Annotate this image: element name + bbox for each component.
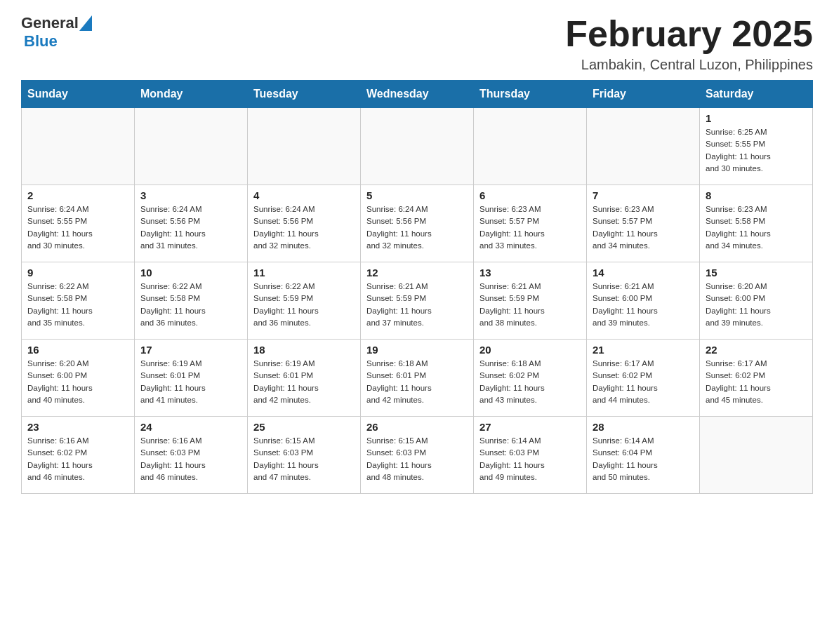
calendar-cell: 23Sunrise: 6:16 AMSunset: 6:02 PMDayligh… bbox=[22, 417, 135, 494]
calendar-cell: 2Sunrise: 6:24 AMSunset: 5:55 PMDaylight… bbox=[22, 185, 135, 262]
logo: General Blue bbox=[21, 14, 93, 51]
day-number: 18 bbox=[253, 344, 355, 356]
day-number: 6 bbox=[479, 189, 581, 201]
day-number: 3 bbox=[140, 189, 241, 201]
day-info: Sunrise: 6:21 AMSunset: 6:00 PMDaylight:… bbox=[593, 281, 694, 329]
day-info: Sunrise: 6:24 AMSunset: 5:56 PMDaylight:… bbox=[253, 203, 355, 252]
calendar-cell: 15Sunrise: 6:20 AMSunset: 6:00 PMDayligh… bbox=[700, 262, 813, 340]
day-info: Sunrise: 6:15 AMSunset: 6:03 PMDaylight:… bbox=[253, 435, 355, 483]
day-number: 22 bbox=[706, 344, 807, 356]
calendar-cell: 25Sunrise: 6:15 AMSunset: 6:03 PMDayligh… bbox=[248, 417, 361, 494]
day-info: Sunrise: 6:18 AMSunset: 6:01 PMDaylight:… bbox=[366, 358, 468, 406]
day-number: 4 bbox=[253, 189, 355, 201]
calendar-cell: 4Sunrise: 6:24 AMSunset: 5:56 PMDaylight… bbox=[248, 185, 361, 262]
day-number: 12 bbox=[366, 267, 468, 279]
calendar-cell: 13Sunrise: 6:21 AMSunset: 5:59 PMDayligh… bbox=[474, 262, 587, 340]
day-info: Sunrise: 6:20 AMSunset: 6:00 PMDaylight:… bbox=[706, 281, 807, 329]
svg-marker-0 bbox=[79, 15, 92, 31]
calendar-header: SundayMondayTuesdayWednesdayThursdayFrid… bbox=[22, 81, 813, 108]
day-number: 11 bbox=[253, 267, 355, 279]
day-of-week-sunday: Sunday bbox=[22, 81, 135, 108]
calendar-cell bbox=[361, 108, 474, 185]
day-info: Sunrise: 6:15 AMSunset: 6:03 PMDaylight:… bbox=[366, 435, 468, 483]
calendar-cell: 18Sunrise: 6:19 AMSunset: 6:01 PMDayligh… bbox=[248, 340, 361, 417]
day-info: Sunrise: 6:24 AMSunset: 5:56 PMDaylight:… bbox=[366, 203, 468, 252]
day-info: Sunrise: 6:23 AMSunset: 5:58 PMDaylight:… bbox=[706, 203, 807, 252]
day-number: 20 bbox=[479, 344, 581, 356]
calendar-cell: 22Sunrise: 6:17 AMSunset: 6:02 PMDayligh… bbox=[700, 340, 813, 417]
day-info: Sunrise: 6:17 AMSunset: 6:02 PMDaylight:… bbox=[706, 358, 807, 406]
calendar-cell: 14Sunrise: 6:21 AMSunset: 6:00 PMDayligh… bbox=[587, 262, 700, 340]
day-info: Sunrise: 6:18 AMSunset: 6:02 PMDaylight:… bbox=[479, 358, 581, 406]
day-info: Sunrise: 6:22 AMSunset: 5:58 PMDaylight:… bbox=[140, 281, 241, 329]
day-number: 21 bbox=[593, 344, 694, 356]
day-of-week-monday: Monday bbox=[135, 81, 248, 108]
calendar-cell: 8Sunrise: 6:23 AMSunset: 5:58 PMDaylight… bbox=[700, 185, 813, 262]
calendar-cell: 26Sunrise: 6:15 AMSunset: 6:03 PMDayligh… bbox=[361, 417, 474, 494]
day-info: Sunrise: 6:23 AMSunset: 5:57 PMDaylight:… bbox=[593, 203, 694, 252]
calendar-cell bbox=[248, 108, 361, 185]
calendar-cell: 27Sunrise: 6:14 AMSunset: 6:03 PMDayligh… bbox=[474, 417, 587, 494]
day-info: Sunrise: 6:16 AMSunset: 6:03 PMDaylight:… bbox=[140, 435, 241, 483]
calendar-cell: 17Sunrise: 6:19 AMSunset: 6:01 PMDayligh… bbox=[135, 340, 248, 417]
calendar-cell: 24Sunrise: 6:16 AMSunset: 6:03 PMDayligh… bbox=[135, 417, 248, 494]
calendar-table: SundayMondayTuesdayWednesdayThursdayFrid… bbox=[21, 80, 813, 494]
calendar-cell: 21Sunrise: 6:17 AMSunset: 6:02 PMDayligh… bbox=[587, 340, 700, 417]
day-number: 13 bbox=[479, 267, 581, 279]
day-number: 1 bbox=[706, 112, 807, 124]
days-of-week-row: SundayMondayTuesdayWednesdayThursdayFrid… bbox=[22, 81, 813, 108]
page-header: General Blue February 2025 Lambakin, Cen… bbox=[21, 14, 813, 73]
day-info: Sunrise: 6:23 AMSunset: 5:57 PMDaylight:… bbox=[479, 203, 581, 252]
day-info: Sunrise: 6:20 AMSunset: 6:00 PMDaylight:… bbox=[27, 358, 128, 406]
calendar-cell: 12Sunrise: 6:21 AMSunset: 5:59 PMDayligh… bbox=[361, 262, 474, 340]
day-number: 2 bbox=[27, 189, 128, 201]
day-of-week-friday: Friday bbox=[587, 81, 700, 108]
day-info: Sunrise: 6:24 AMSunset: 5:55 PMDaylight:… bbox=[27, 203, 128, 252]
calendar-cell: 7Sunrise: 6:23 AMSunset: 5:57 PMDaylight… bbox=[587, 185, 700, 262]
logo-blue-text: Blue bbox=[21, 32, 58, 50]
day-number: 17 bbox=[140, 344, 241, 356]
day-number: 19 bbox=[366, 344, 468, 356]
day-info: Sunrise: 6:24 AMSunset: 5:56 PMDaylight:… bbox=[140, 203, 241, 252]
calendar-cell bbox=[22, 108, 135, 185]
day-info: Sunrise: 6:21 AMSunset: 5:59 PMDaylight:… bbox=[366, 281, 468, 329]
calendar-cell bbox=[135, 108, 248, 185]
day-number: 23 bbox=[27, 421, 128, 433]
day-of-week-saturday: Saturday bbox=[700, 81, 813, 108]
calendar-cell bbox=[474, 108, 587, 185]
calendar-week-row: 23Sunrise: 6:16 AMSunset: 6:02 PMDayligh… bbox=[22, 417, 813, 494]
calendar-cell: 6Sunrise: 6:23 AMSunset: 5:57 PMDaylight… bbox=[474, 185, 587, 262]
calendar-cell: 19Sunrise: 6:18 AMSunset: 6:01 PMDayligh… bbox=[361, 340, 474, 417]
logo-icon bbox=[79, 15, 92, 31]
day-of-week-tuesday: Tuesday bbox=[248, 81, 361, 108]
title-area: February 2025 Lambakin, Central Luzon, P… bbox=[565, 14, 813, 73]
day-number: 9 bbox=[27, 267, 128, 279]
calendar-week-row: 9Sunrise: 6:22 AMSunset: 5:58 PMDaylight… bbox=[22, 262, 813, 340]
calendar-cell: 28Sunrise: 6:14 AMSunset: 6:04 PMDayligh… bbox=[587, 417, 700, 494]
calendar-cell: 3Sunrise: 6:24 AMSunset: 5:56 PMDaylight… bbox=[135, 185, 248, 262]
calendar-cell: 9Sunrise: 6:22 AMSunset: 5:58 PMDaylight… bbox=[22, 262, 135, 340]
calendar-cell: 11Sunrise: 6:22 AMSunset: 5:59 PMDayligh… bbox=[248, 262, 361, 340]
day-of-week-thursday: Thursday bbox=[474, 81, 587, 108]
calendar-cell bbox=[587, 108, 700, 185]
day-info: Sunrise: 6:21 AMSunset: 5:59 PMDaylight:… bbox=[479, 281, 581, 329]
calendar-body: 1Sunrise: 6:25 AMSunset: 5:55 PMDaylight… bbox=[22, 108, 813, 494]
day-info: Sunrise: 6:14 AMSunset: 6:04 PMDaylight:… bbox=[593, 435, 694, 483]
day-number: 28 bbox=[593, 421, 694, 433]
day-number: 24 bbox=[140, 421, 241, 433]
day-info: Sunrise: 6:22 AMSunset: 5:59 PMDaylight:… bbox=[253, 281, 355, 329]
day-number: 15 bbox=[706, 267, 807, 279]
calendar-cell: 1Sunrise: 6:25 AMSunset: 5:55 PMDaylight… bbox=[700, 108, 813, 185]
day-info: Sunrise: 6:25 AMSunset: 5:55 PMDaylight:… bbox=[706, 126, 807, 175]
calendar-cell: 5Sunrise: 6:24 AMSunset: 5:56 PMDaylight… bbox=[361, 185, 474, 262]
calendar-week-row: 2Sunrise: 6:24 AMSunset: 5:55 PMDaylight… bbox=[22, 185, 813, 262]
day-info: Sunrise: 6:17 AMSunset: 6:02 PMDaylight:… bbox=[593, 358, 694, 406]
calendar-cell: 20Sunrise: 6:18 AMSunset: 6:02 PMDayligh… bbox=[474, 340, 587, 417]
calendar-cell: 16Sunrise: 6:20 AMSunset: 6:00 PMDayligh… bbox=[22, 340, 135, 417]
calendar-week-row: 16Sunrise: 6:20 AMSunset: 6:00 PMDayligh… bbox=[22, 340, 813, 417]
day-info: Sunrise: 6:14 AMSunset: 6:03 PMDaylight:… bbox=[479, 435, 581, 483]
day-number: 14 bbox=[593, 267, 694, 279]
day-info: Sunrise: 6:22 AMSunset: 5:58 PMDaylight:… bbox=[27, 281, 128, 329]
day-of-week-wednesday: Wednesday bbox=[361, 81, 474, 108]
calendar-cell: 10Sunrise: 6:22 AMSunset: 5:58 PMDayligh… bbox=[135, 262, 248, 340]
